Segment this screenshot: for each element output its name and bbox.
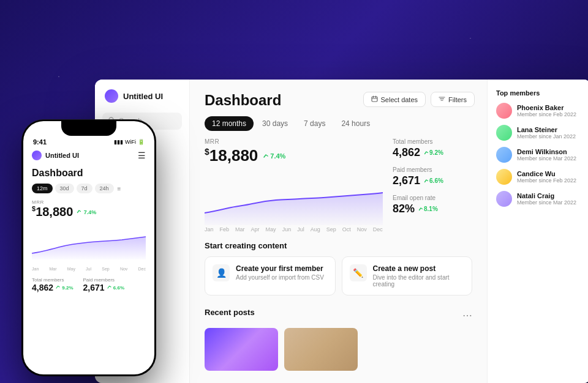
member-since-1: Member since Feb 2022 <box>517 111 576 117</box>
chart-label: Nov <box>357 226 367 232</box>
tab-12months[interactable]: 12 months <box>205 116 254 131</box>
phone-paid-members-trend: 6.6% <box>107 284 124 291</box>
chart-label: Feb <box>220 226 230 232</box>
member-name-1: Phoenix Baker <box>517 104 576 111</box>
create-post-title: Create a new post <box>373 264 465 273</box>
phone-filter-icon[interactable]: ≡ <box>118 185 121 192</box>
phone-chart-label: Jul <box>86 267 91 271</box>
chart-label: Sep <box>326 226 336 232</box>
phone-brand-name: Untitled UI <box>45 152 79 159</box>
phone-tab-12m[interactable]: 12m <box>32 184 53 193</box>
member-item[interactable]: Lana Steiner Member since Jan 2022 <box>496 125 582 141</box>
mrr-trend-value: 7.4% <box>270 152 285 160</box>
phone-chart-labels: Jan Mar May Jul Sep Nov Dec <box>32 267 146 271</box>
chart-label: May <box>266 226 276 232</box>
phone-tab-7d[interactable]: 7d <box>77 184 92 193</box>
post-thumbnail-2[interactable] <box>284 328 358 371</box>
member-info-1: Phoenix Baker Member since Feb 2022 <box>517 104 576 117</box>
phone-page-title: Dashboard <box>32 168 146 179</box>
desktop-window: Untitled UI Search <box>95 80 588 383</box>
chart-label: Aug <box>311 226 320 232</box>
member-since-3: Member since Mar 2022 <box>517 155 576 162</box>
tab-30days[interactable]: 30 days <box>255 116 295 131</box>
chart-svg <box>205 170 383 225</box>
select-dates-button[interactable]: Select dates <box>363 92 426 107</box>
filters-label: Filters <box>448 96 467 103</box>
chart-label: Mar <box>235 226 245 232</box>
member-item[interactable]: Phoenix Baker Member since Feb 2022 <box>496 103 582 119</box>
member-avatar-5 <box>496 191 512 207</box>
phone-tab-30d[interactable]: 30d <box>55 184 74 193</box>
sidebar-brand: Untitled UI <box>95 89 189 113</box>
chart-section: MRR $18,880 7.4% <box>205 138 383 234</box>
stat-paid-members-trend: 6.6% <box>424 177 443 184</box>
main-header: Dashboard 12 months 30 days 7 days 24 ho… <box>190 80 487 138</box>
create-post-icon: ✏️ <box>350 264 367 281</box>
phone-mrr-number: $18,880 <box>32 205 73 219</box>
create-member-card[interactable]: 👤 Create your first member Add yourself … <box>205 256 336 296</box>
tab-24hours[interactable]: 24 hours <box>334 116 377 131</box>
stat-email-open-rate-value: 82% <box>393 203 415 215</box>
post-thumbnail-1[interactable] <box>205 328 278 371</box>
stats-grid: MRR $18,880 7.4% <box>190 138 487 234</box>
stat-total-members: Total members 4,862 9.2% <box>393 138 472 159</box>
phone-mrr-trend: 7.4% <box>77 209 96 215</box>
recent-posts-header: Recent posts ⋯ <box>205 308 472 323</box>
member-since-4: Member since Feb 2022 <box>517 177 576 184</box>
svg-rect-2 <box>372 97 377 102</box>
member-info-4: Candice Wu Member since Feb 2022 <box>517 170 576 184</box>
tab-7days[interactable]: 7 days <box>296 116 333 131</box>
phone-tab-24h[interactable]: 24h <box>95 184 114 193</box>
phone-total-members-label: Total members <box>32 277 74 283</box>
stat-email-open-rate-label: Email open rate <box>393 195 472 201</box>
member-avatar-1 <box>496 103 512 119</box>
phone-status-icons: ▮▮▮ WiFi 🔋 <box>114 139 145 145</box>
stat-total-members-trend: 9.2% <box>424 149 443 156</box>
create-member-content: Create your first member Add yourself or… <box>236 264 324 281</box>
phone-total-members: Total members 4,862 9.2% <box>32 277 74 292</box>
member-avatar-3 <box>496 147 512 163</box>
phone-content: Untitled UI ☰ Dashboard 12m 30d 7d 24h ≡… <box>23 148 154 305</box>
signal-icon: ▮▮▮ <box>114 139 123 145</box>
stat-email-open-rate-trend: 8.1% <box>418 206 438 212</box>
create-member-desc: Add yourself or import from CSV <box>236 274 324 281</box>
member-info-2: Lana Steiner Member since Jan 2022 <box>517 126 576 139</box>
phone-menu-icon[interactable]: ☰ <box>138 151 146 160</box>
phone-notch <box>61 121 116 136</box>
chart-label: Apr <box>251 226 260 232</box>
filters-button[interactable]: Filters <box>431 92 475 107</box>
phone-chart-label: Mar <box>49 267 56 271</box>
posts-grid <box>205 328 472 371</box>
phone-tabs: 12m 30d 7d 24h ≡ <box>32 184 146 193</box>
chart-label: Jul <box>297 226 304 232</box>
member-item[interactable]: Candice Wu Member since Feb 2022 <box>496 169 582 185</box>
stat-paid-members-value: 2,671 <box>393 174 420 187</box>
member-item[interactable]: Demi Wilkinson Member since Mar 2022 <box>496 147 582 163</box>
member-since-5: Member since Mar 2022 <box>517 199 576 206</box>
member-avatar-2 <box>496 125 512 141</box>
stat-total-members-value-row: 4,862 9.2% <box>393 146 472 159</box>
sidebar-brand-name: Untitled UI <box>123 92 163 101</box>
mrr-trend: 7.4% <box>263 152 285 160</box>
stat-email-open-rate: Email open rate 82% 8.1% <box>393 195 472 215</box>
create-post-card[interactable]: ✏️ Create a new post Dive into the edito… <box>342 256 473 296</box>
phone-paid-members-value-row: 2,671 6.6% <box>83 283 125 292</box>
stat-paid-members: Paid members 2,671 6.6% <box>393 166 472 187</box>
select-dates-label: Select dates <box>381 96 418 103</box>
content-section-title: Start creating content <box>205 241 472 250</box>
chart-label: Dec <box>373 226 383 232</box>
member-info-3: Demi Wilkinson Member since Mar 2022 <box>517 148 576 162</box>
stat-total-members-value: 4,862 <box>393 146 420 159</box>
create-member-title: Create your first member <box>236 264 324 273</box>
phone-nav: Untitled UI ☰ <box>32 151 146 160</box>
brand-icon <box>105 89 118 103</box>
phone-chart-label: Nov <box>120 267 127 271</box>
phone-chart-label: Sep <box>102 267 109 271</box>
more-options-button[interactable]: ⋯ <box>462 310 472 321</box>
phone-paid-members: Paid members 2,671 6.6% <box>83 277 125 292</box>
recent-posts-title: Recent posts <box>205 308 255 317</box>
create-post-content: Create a new post Dive into the editor a… <box>373 264 465 288</box>
phone-paid-members-value: 2,671 <box>83 283 105 292</box>
stats-column: Total members 4,862 9.2% Paid members 2,… <box>393 138 472 234</box>
member-item[interactable]: Natali Craig Member since Mar 2022 <box>496 191 582 207</box>
